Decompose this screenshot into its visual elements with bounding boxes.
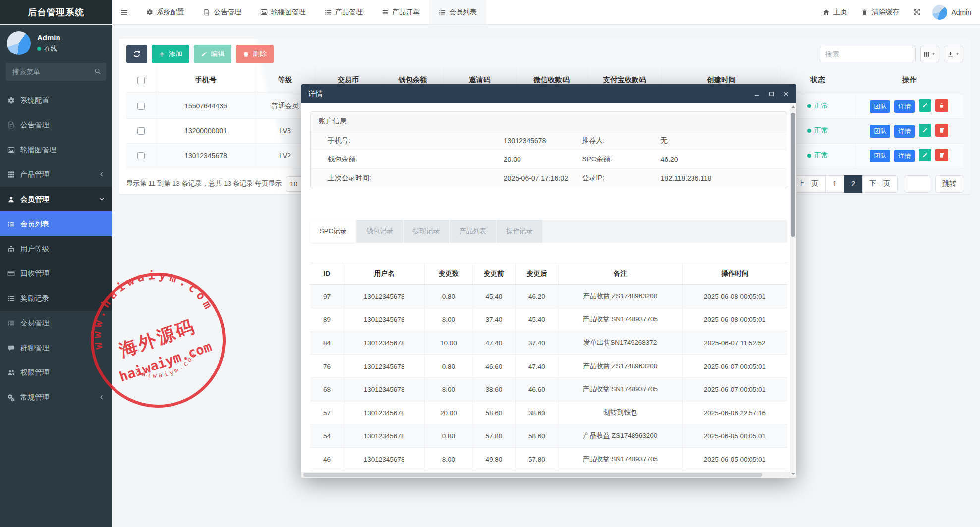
horizontal-scroll-thumb[interactable] — [303, 473, 762, 477]
rec-col-change: 变更数 — [425, 263, 472, 285]
chevron-left-icon — [99, 171, 105, 177]
team-button[interactable]: 团队 — [870, 100, 890, 113]
detail-modal: 详情 账户信息 手机号: 13012345678 推荐人: 无 钱包余额: — [301, 84, 796, 478]
sidebar-user-status: 在线 — [37, 44, 60, 53]
sidebar-item-group-chat[interactable]: 群聊管理 — [0, 335, 112, 360]
page-jump-input[interactable] — [905, 175, 930, 193]
status-dot — [807, 154, 811, 158]
export-button[interactable] — [944, 46, 963, 62]
sidebar-avatar[interactable] — [7, 31, 31, 55]
rec-col-username: 用户名 — [344, 263, 425, 285]
status-badge: 正常 — [807, 126, 828, 135]
sidebar-item-member-list[interactable]: 会员列表 — [0, 211, 112, 236]
row-checkbox[interactable] — [137, 103, 145, 110]
sidebar-item-announcement[interactable]: 公告管理 — [0, 112, 112, 137]
nav-item-announcement[interactable]: 公告管理 — [194, 0, 251, 24]
sidebar-item-carousel[interactable]: 轮播图管理 — [0, 137, 112, 162]
row-checkbox[interactable] — [137, 152, 145, 159]
th-list-icon — [7, 220, 15, 228]
modal-minimize-button[interactable] — [754, 91, 760, 97]
modal-close-button[interactable] — [783, 91, 789, 97]
record-cell: 38.60 — [516, 401, 559, 424]
scroll-up-arrow[interactable] — [791, 105, 795, 108]
nav-item-member-list[interactable]: 会员列表 — [429, 0, 486, 24]
delete-button[interactable]: 删除 — [236, 45, 274, 63]
gear-icon — [146, 9, 153, 16]
cell-phone: 15507644435 — [156, 94, 255, 118]
row-delete-button[interactable] — [935, 99, 948, 112]
team-button[interactable]: 团队 — [870, 150, 890, 162]
team-button[interactable]: 团队 — [870, 125, 890, 138]
detail-button[interactable]: 详情 — [894, 100, 915, 113]
nav-clear-cache-button[interactable]: 清除缓存 — [854, 8, 906, 17]
record-cell: 89 — [310, 308, 344, 331]
sidebar-search-input[interactable] — [6, 63, 106, 81]
sidebar-item-system-config[interactable]: 系统配置 — [0, 88, 112, 112]
record-cell: 13012345678 — [344, 285, 425, 308]
sidebar-item-recycle[interactable]: 回收管理 — [0, 261, 112, 286]
sidebar-item-products[interactable]: 产品管理 — [0, 162, 112, 187]
row-edit-button[interactable] — [919, 124, 931, 137]
nav-item-system-config[interactable]: 系统配置 — [137, 0, 194, 24]
nav-item-orders[interactable]: 产品订单 — [372, 0, 429, 24]
sidebar-item-label: 权限管理 — [20, 368, 49, 377]
row-checkbox[interactable] — [137, 127, 145, 135]
pagination-page-2[interactable]: 2 — [844, 175, 863, 193]
table-search-input[interactable] — [820, 46, 916, 62]
tab-spc-records[interactable]: SPC记录 — [310, 220, 356, 243]
record-cell: 产品收益 SN1748937705 — [558, 448, 682, 471]
record-cell: 0.80 — [425, 285, 472, 308]
list-icon — [325, 9, 332, 16]
detail-button[interactable]: 详情 — [894, 150, 915, 162]
modal-vertical-scrollbar[interactable] — [790, 103, 796, 478]
sidebar-toggle-button[interactable] — [112, 0, 137, 24]
row-delete-button[interactable] — [935, 124, 948, 137]
nav-item-products[interactable]: 产品管理 — [315, 0, 372, 24]
record-cell: 76 — [310, 355, 344, 378]
record-cell: 37.40 — [516, 331, 559, 355]
modal-horizontal-scrollbar[interactable] — [301, 472, 790, 478]
pagination-page-1[interactable]: 1 — [825, 175, 844, 193]
vertical-scroll-thumb[interactable] — [791, 113, 795, 237]
detail-button[interactable]: 详情 — [894, 125, 915, 138]
modal-maximize-button[interactable] — [768, 91, 775, 97]
page-jump-button[interactable]: 跳转 — [935, 175, 963, 193]
sidebar-item-user-levels[interactable]: 用户等级 — [0, 236, 112, 261]
record-row: 46130123456788.0049.8057.80产品收益 SN174893… — [310, 448, 787, 471]
col-header-phone[interactable]: 手机号 — [156, 66, 255, 94]
table-toolbar: 添加 编辑 删除 — [126, 45, 963, 63]
tab-wallet-records[interactable]: 钱包记录 — [357, 220, 403, 243]
record-row: 68130123456788.0038.6046.60产品收益 SN174893… — [310, 378, 787, 401]
row-delete-button[interactable] — [935, 149, 948, 161]
tab-withdraw-records[interactable]: 提现记录 — [404, 220, 449, 243]
edit-button[interactable]: 编辑 — [194, 45, 231, 63]
cell-phone: 13200000001 — [156, 118, 255, 143]
credit-card-icon — [7, 270, 15, 277]
columns-icon — [923, 51, 930, 57]
sidebar-item-trade-management[interactable]: 交易管理 — [0, 311, 112, 335]
comment-icon — [7, 344, 15, 352]
top-navbar: 后台管理系统 系统配置 公告管理 轮播图管理 产品管理 产品订单 会员列表 — [0, 0, 980, 25]
sidebar-item-general-settings[interactable]: 常规管理 — [0, 385, 112, 410]
user-avatar[interactable] — [932, 5, 947, 20]
modal-titlebar[interactable]: 详情 — [301, 84, 796, 103]
row-edit-button[interactable] — [919, 149, 931, 161]
row-edit-button[interactable] — [919, 99, 931, 112]
add-button[interactable]: 添加 — [152, 45, 189, 63]
pagination-next[interactable]: 下一页 — [862, 175, 898, 193]
columns-toggle-button[interactable] — [920, 46, 939, 62]
tab-product-list[interactable]: 产品列表 — [450, 220, 496, 243]
select-all-checkbox[interactable] — [137, 77, 145, 84]
sidebar-item-member-management[interactable]: 会员管理 — [0, 187, 112, 211]
tab-operation-records[interactable]: 操作记录 — [497, 220, 542, 243]
nav-item-carousel[interactable]: 轮播图管理 — [251, 0, 315, 24]
trash-icon — [939, 127, 945, 133]
nav-home-button[interactable]: 主页 — [816, 8, 854, 17]
username[interactable]: Admin — [951, 8, 973, 16]
scroll-down-arrow[interactable] — [791, 473, 795, 475]
fullscreen-button[interactable] — [906, 8, 927, 16]
refresh-button[interactable] — [126, 45, 147, 63]
record-cell: 2025-06-08 00:05:01 — [682, 308, 787, 331]
sidebar-item-permissions[interactable]: 权限管理 — [0, 360, 112, 385]
sidebar-item-reward-records[interactable]: 奖励记录 — [0, 286, 112, 311]
